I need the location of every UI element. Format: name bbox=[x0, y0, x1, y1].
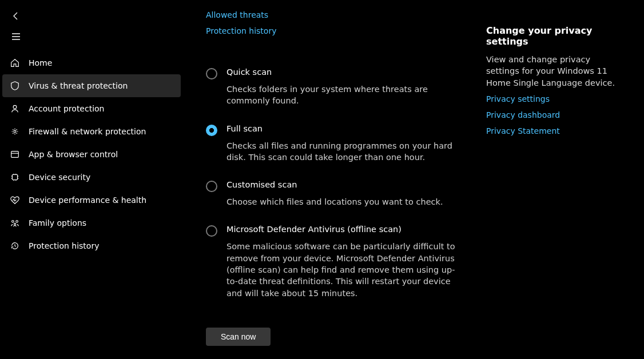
radio-title: Quick scan bbox=[226, 67, 463, 77]
svg-point-0 bbox=[13, 105, 17, 109]
nav-item-family-options[interactable]: Family options bbox=[2, 212, 181, 234]
family-icon bbox=[9, 217, 21, 229]
firewall-icon bbox=[9, 126, 21, 137]
link-protection-history[interactable]: Protection history bbox=[206, 26, 463, 35]
browser-icon bbox=[9, 149, 21, 160]
radio-description: Checks folders in your system where thre… bbox=[226, 83, 463, 107]
nav-label: Firewall & network protection bbox=[29, 127, 146, 136]
link-privacy-dashboard[interactable]: Privacy dashboard bbox=[486, 110, 623, 119]
arrow-left-icon bbox=[11, 11, 21, 21]
nav-item-device-performance-health[interactable]: Device performance & health bbox=[2, 189, 181, 212]
nav-label: Account protection bbox=[29, 104, 105, 113]
nav-item-app-browser-control[interactable]: App & browser control bbox=[2, 143, 181, 166]
back-button[interactable] bbox=[6, 6, 26, 26]
right-column: Change your privacy settings View and ch… bbox=[486, 10, 623, 348]
nav-list: Home Virus & threat protection Account p… bbox=[0, 51, 183, 257]
shield-icon bbox=[9, 80, 21, 91]
radio-title: Customised scan bbox=[226, 180, 463, 189]
nav-label: Home bbox=[29, 58, 52, 67]
nav-label: Device security bbox=[29, 173, 90, 182]
person-icon bbox=[9, 103, 21, 114]
heart-icon bbox=[9, 194, 21, 206]
main-content: Allowed threats Protection history Quick… bbox=[183, 0, 644, 359]
radio-option-quick-scan[interactable]: Quick scan Checks folders in your system… bbox=[206, 67, 463, 107]
radio-button[interactable] bbox=[206, 225, 217, 237]
nav-label: Device performance & health bbox=[29, 196, 146, 205]
nav-item-home[interactable]: Home bbox=[2, 51, 181, 74]
radio-option-full-scan[interactable]: Full scan Checks all files and running p… bbox=[206, 124, 463, 163]
nav-item-virus-threat-protection[interactable]: Virus & threat protection bbox=[2, 74, 181, 97]
privacy-heading: Change your privacy settings bbox=[486, 25, 623, 47]
radio-button[interactable] bbox=[206, 68, 217, 79]
svg-point-4 bbox=[12, 221, 14, 223]
scan-now-button[interactable]: Scan now bbox=[206, 328, 271, 346]
svg-rect-2 bbox=[11, 151, 19, 158]
svg-point-5 bbox=[16, 221, 18, 223]
link-privacy-settings[interactable]: Privacy settings bbox=[486, 94, 623, 103]
nav-label: App & browser control bbox=[29, 150, 118, 159]
nav-label: Protection history bbox=[29, 241, 99, 250]
hamburger-icon bbox=[11, 33, 21, 41]
nav-item-account-protection[interactable]: Account protection bbox=[2, 97, 181, 120]
radio-button[interactable] bbox=[206, 125, 217, 136]
svg-point-6 bbox=[14, 223, 16, 225]
radio-title: Full scan bbox=[226, 124, 463, 133]
nav-item-firewall-network-protection[interactable]: Firewall & network protection bbox=[2, 120, 181, 143]
radio-description: Checks all files and running programmes … bbox=[226, 140, 463, 163]
radio-description: Some malicious software can be particula… bbox=[226, 241, 463, 298]
home-icon bbox=[9, 57, 21, 69]
radio-description: Choose which files and locations you wan… bbox=[226, 196, 463, 208]
nav-label: Family options bbox=[29, 218, 86, 228]
nav-label: Virus & threat protection bbox=[29, 81, 128, 90]
svg-rect-3 bbox=[13, 175, 18, 180]
radio-title: Microsoft Defender Antivirus (offline sc… bbox=[226, 225, 463, 234]
center-column: Allowed threats Protection history Quick… bbox=[206, 10, 463, 348]
scan-options-group: Quick scan Checks folders in your system… bbox=[206, 67, 463, 346]
radio-option-offline-scan[interactable]: Microsoft Defender Antivirus (offline sc… bbox=[206, 225, 463, 298]
link-privacy-statement[interactable]: Privacy Statement bbox=[486, 126, 623, 135]
device-icon bbox=[9, 171, 21, 183]
sidebar: Home Virus & threat protection Account p… bbox=[0, 0, 183, 359]
radio-option-customised-scan[interactable]: Customised scan Choose which files and l… bbox=[206, 180, 463, 208]
nav-item-device-security[interactable]: Device security bbox=[2, 166, 181, 189]
nav-item-protection-history[interactable]: Protection history bbox=[2, 234, 181, 257]
link-allowed-threats[interactable]: Allowed threats bbox=[206, 10, 463, 19]
privacy-text: View and change privacy settings for you… bbox=[486, 54, 623, 89]
hamburger-button[interactable] bbox=[6, 26, 26, 47]
radio-button[interactable] bbox=[206, 181, 217, 192]
history-icon bbox=[9, 240, 21, 252]
svg-point-1 bbox=[14, 130, 16, 133]
